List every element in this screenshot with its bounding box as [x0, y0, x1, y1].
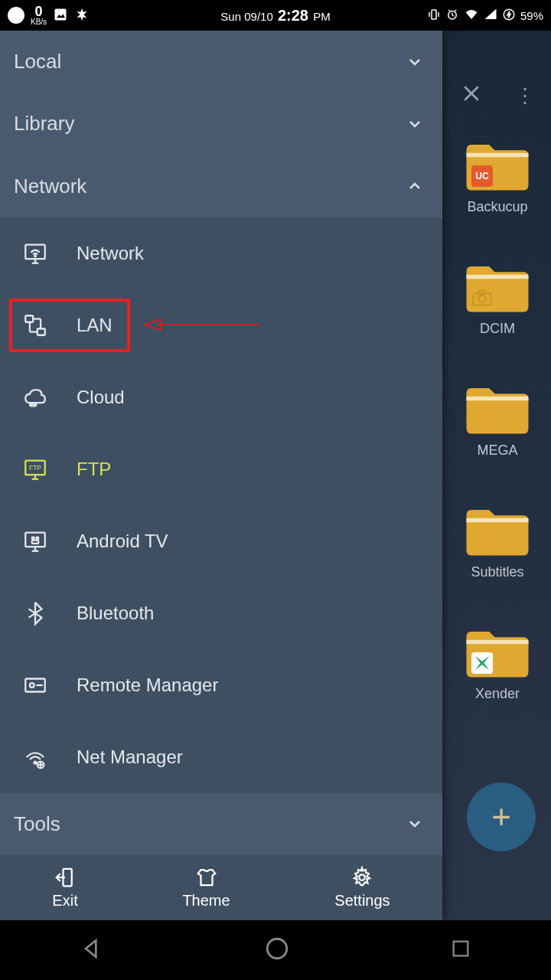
home-button[interactable] [264, 936, 290, 965]
footer-label: Theme [182, 892, 230, 910]
folder-icon [462, 260, 533, 315]
item-label: Android TV [77, 531, 168, 552]
folder-dcim[interactable]: DCIM [444, 260, 551, 337]
svg-text:FTP: FTP [29, 464, 41, 472]
theme-button[interactable]: Theme [182, 866, 230, 910]
network-item-remote-manager[interactable]: Remote Manager [0, 649, 442, 721]
network-item-bluetooth[interactable]: Bluetooth [0, 577, 442, 649]
folder-label: Subtitles [444, 564, 551, 580]
network-speed: 0KB/s [31, 5, 47, 26]
android-nav-bar [0, 920, 551, 980]
vibrate-icon [427, 8, 441, 24]
more-menu-button[interactable]: ⋮ [515, 84, 535, 108]
status-ampm: PM [313, 10, 331, 23]
network-item-network[interactable]: Network [0, 217, 442, 289]
svg-rect-29 [37, 328, 45, 335]
folder-subtitles[interactable]: Subtitles [444, 503, 551, 580]
folder-icon: UC [462, 138, 533, 193]
section-label: Tools [14, 812, 60, 836]
exit-button[interactable]: Exit [52, 866, 77, 910]
folder-label: Xender [444, 686, 551, 702]
svg-marker-12 [507, 11, 511, 18]
svg-rect-21 [467, 518, 529, 522]
svg-marker-23 [475, 656, 490, 671]
settings-button[interactable]: Settings [334, 866, 390, 910]
item-label: Remote Manager [77, 675, 218, 696]
recents-button[interactable] [450, 938, 471, 962]
gear-icon [350, 866, 373, 889]
status-bar: 0KB/s Sun 09/10 2:28 PM 59% [0, 0, 551, 31]
chevron-down-icon [406, 53, 424, 71]
wifi-monitor-icon [21, 240, 49, 266]
add-fab-button[interactable]: + [467, 782, 536, 851]
drawer-section-local[interactable]: Local [0, 31, 442, 93]
item-label: LAN [77, 315, 112, 336]
svg-marker-55 [86, 940, 96, 956]
leaf-icon [74, 7, 90, 24]
svg-point-48 [34, 761, 37, 763]
footer-label: Exit [52, 892, 77, 910]
folder-label: Backucup [444, 199, 551, 215]
folder-icon [462, 503, 533, 558]
netmgr-icon [21, 744, 49, 770]
back-button[interactable] [80, 936, 104, 964]
drawer-section-network[interactable]: Network [0, 155, 442, 217]
tv-icon [21, 528, 49, 554]
navigation-drawer: Local Library Network Network LAN [0, 31, 442, 920]
exit-icon [54, 866, 77, 889]
lan-icon [21, 312, 49, 338]
svg-point-43 [36, 537, 38, 539]
drawer-section-tools[interactable]: Tools [0, 793, 442, 855]
svg-point-56 [267, 939, 287, 959]
folder-icon [462, 625, 533, 680]
folder-mega[interactable]: MEGA [444, 381, 551, 459]
svg-rect-57 [453, 942, 468, 956]
svg-point-34 [30, 403, 36, 406]
main-toolbar: ⋮ [444, 61, 551, 130]
item-label: Cloud [77, 387, 125, 408]
svg-line-7 [452, 15, 454, 16]
drawer-section-library[interactable]: Library [0, 93, 442, 155]
battery-percent: 59% [520, 9, 543, 22]
svg-point-18 [478, 296, 485, 302]
folder-backucup[interactable]: UC Backucup [444, 138, 551, 215]
svg-rect-22 [467, 640, 529, 644]
chevron-down-icon [406, 815, 424, 833]
svg-rect-16 [467, 275, 529, 279]
alarm-icon [445, 8, 459, 24]
battery-icon [502, 8, 516, 24]
network-item-net-manager[interactable]: Net Manager [0, 721, 442, 793]
section-label: Local [14, 50, 61, 74]
svg-rect-20 [467, 397, 529, 400]
network-item-android-tv[interactable]: Android TV [0, 505, 442, 577]
arrow-annotation [144, 317, 259, 332]
folder-xender[interactable]: Xender [444, 625, 551, 702]
section-label: Network [14, 175, 86, 198]
folder-grid: UC Backucup DCIM MEGA Subtitles [444, 138, 551, 702]
cloud-icon [21, 384, 49, 410]
network-item-cloud[interactable]: Cloud [0, 361, 442, 433]
status-date: Sun 09/10 [220, 10, 272, 23]
close-button[interactable] [460, 82, 483, 110]
section-label: Library [14, 112, 74, 136]
folder-icon [462, 381, 533, 436]
item-label: Network [77, 243, 144, 264]
record-indicator-icon [8, 7, 24, 24]
network-item-ftp[interactable]: FTP FTP [0, 433, 442, 505]
image-icon [53, 7, 68, 24]
drawer-footer: Exit Theme Settings [0, 855, 442, 920]
svg-point-42 [32, 537, 34, 539]
status-time: 2:28 [278, 7, 308, 24]
svg-line-8 [448, 10, 450, 11]
wifi-icon [464, 8, 479, 24]
svg-rect-2 [432, 10, 436, 19]
svg-marker-10 [484, 8, 496, 19]
chevron-up-icon [406, 177, 424, 195]
tshirt-icon [195, 866, 218, 889]
bluetooth-icon [21, 600, 49, 626]
item-label: FTP [77, 459, 111, 480]
signal-icon [484, 8, 497, 24]
svg-point-27 [34, 255, 36, 256]
svg-line-9 [455, 10, 456, 11]
svg-point-46 [30, 683, 34, 688]
